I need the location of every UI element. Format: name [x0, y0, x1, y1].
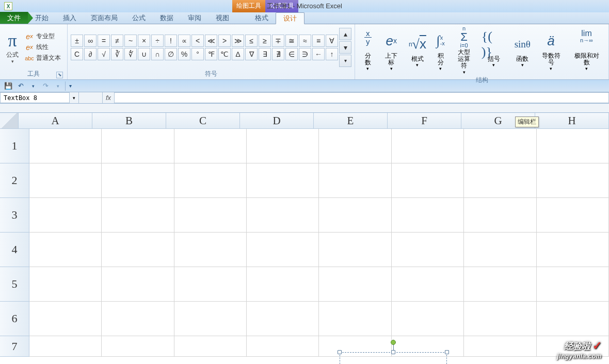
- symbol-∋[interactable]: ∋: [299, 48, 311, 60]
- col-header-H[interactable]: H: [535, 113, 609, 129]
- cell-A2[interactable]: [29, 163, 102, 198]
- symbol->[interactable]: >: [218, 35, 231, 47]
- cell-B1[interactable]: [102, 129, 174, 163]
- formula-input[interactable]: [115, 92, 609, 103]
- cell-G3[interactable]: [464, 198, 536, 233]
- cell-E6[interactable]: [319, 302, 391, 336]
- symbol-∅[interactable]: ∅: [165, 48, 177, 60]
- symbol-±[interactable]: ±: [71, 35, 83, 47]
- tab-format[interactable]: 格式: [248, 12, 276, 24]
- cell-C7[interactable]: [174, 336, 247, 357]
- cell-H2[interactable]: [537, 163, 609, 198]
- col-header-C[interactable]: C: [166, 113, 240, 129]
- tab-layout[interactable]: 页面布局: [84, 12, 125, 24]
- cell-D5[interactable]: [247, 267, 319, 302]
- plain-text-button[interactable]: abc普通文本: [24, 53, 62, 63]
- row-header-1[interactable]: 1: [0, 129, 29, 163]
- cell-B4[interactable]: [102, 233, 174, 267]
- large-operator-button[interactable]: nΣi=0大型 运算符▾: [451, 26, 476, 75]
- symbol-~[interactable]: ~: [124, 35, 137, 47]
- cell-G6[interactable]: [464, 302, 536, 336]
- cell-E5[interactable]: [319, 267, 391, 302]
- cell-H1[interactable]: [537, 129, 609, 163]
- cell-A1[interactable]: [29, 129, 102, 163]
- col-header-A[interactable]: A: [19, 113, 92, 129]
- fx-button[interactable]: fx: [102, 92, 115, 103]
- col-header-E[interactable]: E: [314, 113, 388, 129]
- cell-A6[interactable]: [29, 302, 102, 336]
- row-header-6[interactable]: 6: [0, 302, 29, 336]
- cell-B3[interactable]: [102, 198, 174, 233]
- symbol-≠[interactable]: ≠: [111, 35, 123, 47]
- cell-E1[interactable]: [319, 129, 391, 163]
- undo-dropdown[interactable]: ▾: [28, 81, 38, 91]
- row-header-3[interactable]: 3: [0, 198, 29, 233]
- qat-customize[interactable]: ▾: [65, 81, 75, 91]
- symbol-≥[interactable]: ≥: [259, 35, 271, 47]
- cell-H6[interactable]: [537, 302, 609, 336]
- rotation-handle[interactable]: [391, 340, 396, 345]
- symbols-more[interactable]: ▾: [339, 55, 351, 67]
- cell-A3[interactable]: [29, 198, 102, 233]
- cell-B7[interactable]: [102, 336, 174, 357]
- cell-F1[interactable]: [392, 129, 464, 163]
- symbol-=[interactable]: =: [98, 35, 110, 47]
- col-header-B[interactable]: B: [92, 113, 166, 129]
- symbol-∄[interactable]: ∄: [272, 48, 284, 60]
- limit-button[interactable]: limn→∞极限和对数▾: [568, 29, 605, 71]
- bracket-button[interactable]: {( )}括号▾: [478, 32, 510, 68]
- row-header-4[interactable]: 4: [0, 233, 29, 267]
- tab-design[interactable]: 设计: [276, 12, 304, 24]
- derivative-button[interactable]: ä导数符号▾: [535, 29, 567, 71]
- row-header-2[interactable]: 2: [0, 163, 29, 198]
- symbol-↑[interactable]: ↑: [326, 48, 338, 60]
- cell-F5[interactable]: [392, 267, 464, 302]
- symbol-![interactable]: !: [165, 35, 177, 47]
- symbol-∜[interactable]: ∜: [124, 48, 137, 60]
- symbol-÷[interactable]: ÷: [151, 35, 164, 47]
- handle-top-right[interactable]: [445, 350, 449, 354]
- cell-G1[interactable]: [464, 129, 536, 163]
- symbol-≡[interactable]: ≡: [312, 35, 325, 47]
- cell-C2[interactable]: [174, 163, 247, 198]
- cell-D4[interactable]: [247, 233, 319, 267]
- cell-B2[interactable]: [102, 163, 174, 198]
- cell-D2[interactable]: [247, 163, 319, 198]
- cell-E2[interactable]: [319, 163, 391, 198]
- row-header-7[interactable]: 7: [0, 336, 29, 357]
- col-header-D[interactable]: D: [240, 113, 314, 129]
- redo-dropdown[interactable]: ▾: [53, 81, 63, 91]
- symbol-≤[interactable]: ≤: [245, 35, 258, 47]
- cell-C5[interactable]: [174, 267, 247, 302]
- cell-G7[interactable]: [464, 336, 536, 357]
- name-box[interactable]: [0, 92, 70, 103]
- cell-C6[interactable]: [174, 302, 247, 336]
- symbol-←[interactable]: ←: [312, 48, 325, 60]
- symbol-%[interactable]: %: [178, 48, 190, 60]
- row-header-5[interactable]: 5: [0, 267, 29, 302]
- symbol-∞[interactable]: ∞: [84, 35, 97, 47]
- handle-top-middle[interactable]: [391, 350, 395, 354]
- tab-data[interactable]: 数据: [153, 12, 181, 24]
- name-box-input[interactable]: [4, 94, 66, 102]
- symbol-×[interactable]: ×: [138, 35, 150, 47]
- symbol-<[interactable]: <: [191, 35, 204, 47]
- symbol-≫[interactable]: ≫: [232, 35, 244, 47]
- formula-button[interactable]: π 公式 ▾: [3, 30, 22, 63]
- linear-button[interactable]: ex线性: [24, 42, 62, 52]
- symbols-scroll-up[interactable]: ▴: [339, 28, 351, 40]
- cell-D6[interactable]: [247, 302, 319, 336]
- cell-B6[interactable]: [102, 302, 174, 336]
- tab-view[interactable]: 视图: [209, 12, 236, 24]
- cell-G5[interactable]: [464, 267, 536, 302]
- cell-H3[interactable]: [537, 198, 609, 233]
- tab-formulas[interactable]: 公式: [125, 12, 153, 24]
- symbol-°[interactable]: °: [191, 48, 204, 60]
- cell-F6[interactable]: [392, 302, 464, 336]
- integral-button[interactable]: ∫x-x积分▾: [431, 29, 451, 71]
- symbols-scroll-down[interactable]: ▾: [339, 41, 351, 54]
- symbol-≈[interactable]: ≈: [299, 35, 311, 47]
- cell-H4[interactable]: [537, 233, 609, 267]
- symbol-≅[interactable]: ≅: [285, 35, 298, 47]
- cell-A4[interactable]: [29, 233, 102, 267]
